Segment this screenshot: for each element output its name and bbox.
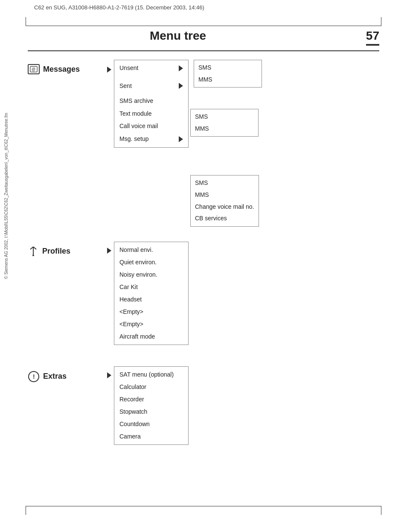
msgsetup-cb: CB services	[191, 213, 259, 225]
spacer3	[190, 88, 262, 109]
profile-headset: Headset	[114, 293, 188, 306]
right-tick-bottom	[381, 506, 381, 515]
unsent-sub-group: SMS MMS	[190, 60, 262, 88]
extras-category: ! Extras	[28, 366, 105, 383]
sent-sub-group: SMS MMS	[190, 109, 262, 137]
extra-countdown: Countdown	[114, 418, 188, 430]
sent-sub-box: SMS MMS	[190, 109, 259, 137]
svg-point-2	[32, 254, 34, 256]
messages-section: @ Messages Unsent Sent	[28, 60, 379, 227]
sent-mms: MMS	[191, 123, 258, 135]
extra-stopwatch: Stopwatch	[114, 406, 188, 418]
messages-category: @ Messages	[28, 60, 105, 74]
unsent-sms: SMS	[194, 62, 262, 74]
profiles-label: Profiles	[42, 247, 70, 256]
profile-empty1: <Empty>	[114, 306, 188, 318]
main-content: @ Messages Unsent Sent	[28, 56, 379, 502]
right-tick-top	[381, 17, 381, 26]
header-text: C62 en SUG, A31008-H6880-A1-2-7619 (15. …	[34, 4, 204, 11]
profiles-arrow	[105, 242, 114, 254]
extra-recorder: Recorder	[114, 393, 188, 406]
page-number: 57	[366, 29, 379, 43]
extra-calculator: Calculator	[114, 381, 188, 393]
sent-arrow-icon	[179, 83, 183, 89]
profiles-category: Profiles	[28, 242, 105, 257]
left-tick-bottom	[26, 506, 26, 515]
sent-sms: SMS	[191, 111, 258, 123]
unsent-mms: MMS	[194, 74, 262, 86]
msgsetup-sub-box: SMS MMS Change voice mail no. CB service…	[190, 175, 259, 226]
msgsetup-arrow-icon	[179, 136, 183, 142]
profile-noisy: Noisy environ.	[114, 269, 188, 281]
msgsetup-sms: SMS	[191, 177, 259, 189]
extra-sat: SAT menu (optional)	[114, 368, 188, 381]
unsent-arrow-icon	[179, 65, 183, 71]
profiles-section: Profiles Normal envi. Quiet environ. Noi…	[28, 242, 379, 345]
extras-icon: !	[28, 371, 40, 383]
messages-submenu-box: Unsent Sent SMS archive Text module Call…	[114, 60, 189, 148]
extras-arrow-icon	[107, 372, 111, 378]
page-bottom-line	[26, 506, 381, 506]
msgsetup-mms: MMS	[191, 189, 259, 201]
submenu-item-sms-archive: SMS archive	[114, 95, 188, 108]
profile-aircraft: Aircraft mode	[114, 330, 188, 343]
messages-arrow	[105, 60, 114, 73]
title-rule	[28, 50, 379, 51]
submenu-item-unsent: Unsent	[114, 62, 188, 75]
messages-icon: @	[28, 64, 40, 74]
svg-text:@: @	[32, 67, 35, 71]
page-top-line	[26, 26, 381, 26]
msgsetup-voicemail: Change voice mail no.	[191, 201, 259, 213]
extra-camera: Camera	[114, 430, 188, 443]
spacer1	[114, 75, 188, 80]
extras-arrow	[105, 366, 114, 378]
page-title: Menu tree	[0, 29, 356, 43]
spacer4	[190, 137, 262, 175]
profile-carkit: Car Kit	[114, 281, 188, 293]
profiles-arrow-icon	[107, 248, 111, 254]
messages-level2: SMS MMS SMS MMS	[190, 60, 262, 227]
msgsetup-sub-group: SMS MMS Change voice mail no. CB service…	[190, 175, 262, 226]
arrow-right-icon	[107, 67, 111, 73]
profiles-submenu-box: Normal envi. Quiet environ. Noisy enviro…	[114, 242, 189, 345]
submenu-item-msg-setup: Msg. setup	[114, 133, 188, 146]
page-header: C62 en SUG, A31008-H6880-A1-2-7619 (15. …	[34, 4, 373, 11]
submenu-item-call-voice: Call voice mail	[114, 120, 188, 133]
messages-label: Messages	[43, 65, 80, 74]
unsent-sub-box: SMS MMS	[194, 60, 262, 88]
svg-text:!: !	[33, 373, 35, 380]
submenu-item-text-module: Text module	[114, 108, 188, 120]
profile-normal: Normal envi.	[114, 244, 188, 256]
extras-submenu-box: SAT menu (optional) Calculator Recorder …	[114, 366, 189, 445]
unsent-sub-arrow-connector	[190, 60, 194, 63]
submenu-item-sent: Sent	[114, 80, 188, 93]
extras-label: Extras	[43, 372, 67, 381]
left-tick-top	[26, 17, 26, 26]
extras-section: ! Extras SAT menu (optional) Calculator …	[28, 366, 379, 445]
profiles-icon	[28, 246, 39, 257]
profile-empty2: <Empty>	[114, 318, 188, 330]
profile-quiet: Quiet environ.	[114, 256, 188, 269]
